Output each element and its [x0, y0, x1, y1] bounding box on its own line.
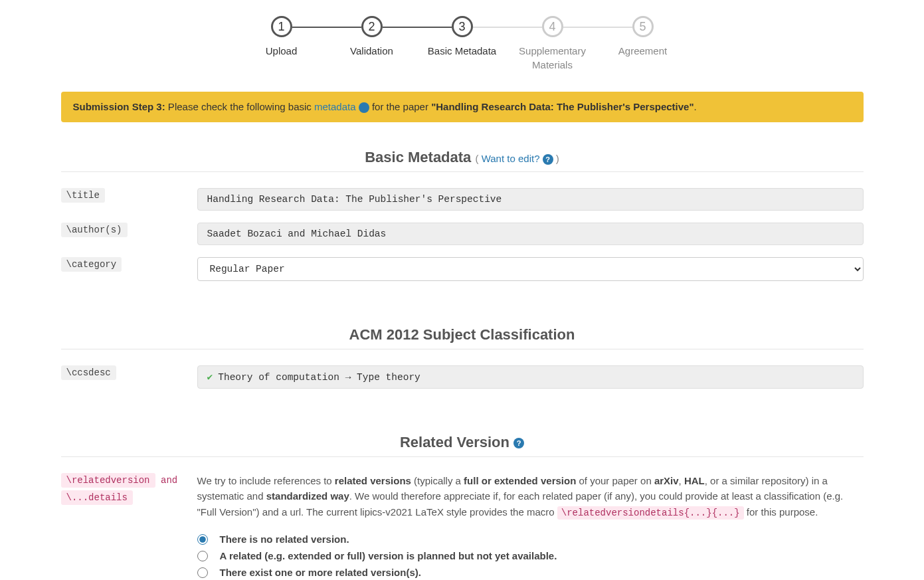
step-circle: 2: [361, 16, 383, 37]
step-upload[interactable]: 1 Upload: [236, 16, 327, 58]
row-ccsdesc: \ccsdesc ✔Theory of computation → Type t…: [61, 365, 864, 389]
notice-suffix: .: [694, 101, 697, 112]
label-ccsdesc: \ccsdesc: [61, 365, 116, 380]
label-details: \...details: [61, 490, 133, 505]
field-authors: Saadet Bozaci and Michael Didas: [197, 223, 864, 245]
radio-row-exist: There exist one or more related version(…: [197, 567, 864, 578]
step-label: Agreement: [618, 44, 667, 58]
section-divider: [61, 456, 864, 457]
step-supplementary[interactable]: 4 Supplementary Materials: [508, 16, 598, 72]
related-description: We try to include references to related …: [197, 473, 864, 520]
label-category: \category: [61, 257, 122, 272]
check-icon: ✔: [207, 372, 213, 383]
category-select[interactable]: Regular Paper: [197, 257, 864, 281]
row-category: \category Regular Paper: [61, 257, 864, 281]
section-title-acm: ACM 2012 Subject Classification: [61, 326, 864, 343]
notice-text: for the paper: [369, 101, 431, 112]
row-authors: \author(s) Saadet Bozaci and Michael Did…: [61, 223, 864, 245]
radio-planned[interactable]: [197, 551, 208, 561]
radio-exist[interactable]: [197, 567, 208, 578]
macro-code: \relatedversiondetails{...}{...}: [557, 506, 744, 520]
section-divider: [61, 349, 864, 349]
submission-stepper: 1 Upload 2 Validation 3 Basic Metadata 4…: [236, 13, 688, 72]
section-title-basic: Basic Metadata ( Want to edit? ? ): [61, 149, 864, 166]
radio-label-planned[interactable]: A related (e.g. extended or full) versio…: [220, 550, 557, 561]
help-icon[interactable]: ?: [543, 154, 553, 165]
step-circle: 4: [542, 16, 563, 37]
label-title: \title: [61, 188, 105, 203]
step-label: Upload: [266, 44, 298, 58]
step-circle: 3: [452, 16, 473, 37]
step-circle: 1: [271, 16, 292, 37]
step-validation[interactable]: 2 Validation: [327, 16, 417, 58]
radio-row-planned: A related (e.g. extended or full) versio…: [197, 550, 864, 561]
want-to-edit-link[interactable]: Want to edit?: [482, 153, 540, 164]
radio-no-related[interactable]: [197, 534, 208, 545]
edit-link-wrapper: ( Want to edit? ? ): [475, 153, 559, 164]
row-title: \title Handling Research Data: The Publi…: [61, 188, 864, 211]
step-label: Supplementary Materials: [508, 44, 598, 72]
section-divider: [61, 171, 864, 172]
section-title-related: Related Version ?: [61, 434, 864, 451]
step-agreement[interactable]: 5 Agreement: [598, 16, 688, 58]
label-related: \relatedversion and \...details: [61, 473, 197, 505]
step-label: Basic Metadata: [428, 44, 496, 58]
field-title: Handling Research Data: The Publisher's …: [197, 188, 864, 211]
page-container: 1 Upload 2 Validation 3 Basic Metadata 4…: [61, 0, 864, 580]
step-circle: 5: [632, 16, 654, 37]
step-label: Validation: [350, 44, 393, 58]
help-icon[interactable]: ?: [359, 102, 369, 113]
label-and: and: [158, 473, 180, 488]
help-icon[interactable]: ?: [513, 438, 524, 448]
label-authors: \author(s): [61, 223, 128, 237]
section-heading: Related Version: [400, 434, 509, 450]
row-related: \relatedversion and \...details We try t…: [61, 473, 864, 580]
metadata-link[interactable]: metadata: [314, 101, 356, 112]
radio-label-exist[interactable]: There exist one or more related version(…: [220, 567, 421, 578]
label-relatedversion: \relatedversion: [61, 473, 155, 488]
submission-notice: Submission Step 3: Please check the foll…: [61, 92, 864, 122]
radio-row-none: There is no related version.: [197, 533, 864, 545]
paper-title: "Handling Research Data: The Publisher's…: [431, 101, 693, 112]
step-basic-metadata[interactable]: 3 Basic Metadata: [417, 16, 508, 58]
section-heading: Basic Metadata: [365, 149, 471, 165]
field-ccsdesc: ✔Theory of computation → Type theory: [197, 365, 864, 389]
ccsdesc-value: Theory of computation → Type theory: [218, 372, 420, 383]
notice-text: Please check the following basic: [165, 101, 314, 112]
notice-prefix: Submission Step 3:: [73, 101, 165, 112]
radio-label-none[interactable]: There is no related version.: [220, 533, 349, 545]
